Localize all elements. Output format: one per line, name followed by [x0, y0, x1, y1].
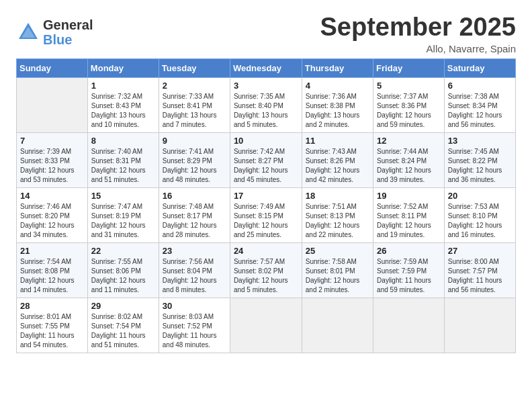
- calendar-cell: 27Sunrise: 8:00 AM Sunset: 7:57 PM Dayli…: [444, 242, 515, 298]
- calendar-cell: 14Sunrise: 7:46 AM Sunset: 8:20 PM Dayli…: [17, 187, 88, 242]
- calendar-cell: 3Sunrise: 7:35 AM Sunset: 8:40 PM Daylig…: [230, 77, 302, 132]
- calendar-cell: 23Sunrise: 7:56 AM Sunset: 8:04 PM Dayli…: [159, 242, 230, 298]
- title-section: September 2025 Allo, Navarre, Spain: [320, 13, 517, 54]
- calendar-cell: [373, 298, 445, 353]
- header-row: SundayMondayTuesdayWednesdayThursdayFrid…: [17, 58, 516, 77]
- day-info: Sunrise: 7:54 AM Sunset: 8:08 PM Dayligh…: [20, 257, 84, 295]
- calendar-cell: 7Sunrise: 7:39 AM Sunset: 8:33 PM Daylig…: [17, 132, 88, 187]
- day-number: 12: [377, 136, 441, 146]
- day-number: 4: [306, 81, 369, 91]
- day-number: 8: [91, 136, 155, 146]
- calendar-cell: 6Sunrise: 7:38 AM Sunset: 8:34 PM Daylig…: [444, 77, 515, 132]
- day-number: 16: [163, 191, 226, 201]
- calendar-cell: 12Sunrise: 7:44 AM Sunset: 8:24 PM Dayli…: [373, 132, 445, 187]
- day-info: Sunrise: 7:45 AM Sunset: 8:22 PM Dayligh…: [448, 147, 512, 185]
- day-number: 19: [377, 191, 441, 201]
- day-number: 1: [91, 81, 155, 91]
- calendar-cell: 29Sunrise: 8:02 AM Sunset: 7:54 PM Dayli…: [87, 298, 159, 353]
- day-info: Sunrise: 7:47 AM Sunset: 8:19 PM Dayligh…: [91, 202, 155, 240]
- day-info: Sunrise: 7:55 AM Sunset: 8:06 PM Dayligh…: [91, 257, 155, 295]
- day-info: Sunrise: 7:41 AM Sunset: 8:29 PM Dayligh…: [163, 147, 226, 185]
- day-number: 17: [234, 191, 298, 201]
- day-info: Sunrise: 7:40 AM Sunset: 8:31 PM Dayligh…: [91, 147, 155, 185]
- day-info: Sunrise: 7:46 AM Sunset: 8:20 PM Dayligh…: [20, 202, 84, 240]
- calendar-cell: 18Sunrise: 7:51 AM Sunset: 8:13 PM Dayli…: [302, 187, 373, 242]
- calendar-cell: 11Sunrise: 7:43 AM Sunset: 8:26 PM Dayli…: [302, 132, 373, 187]
- calendar-header: SundayMondayTuesdayWednesdayThursdayFrid…: [17, 58, 516, 77]
- week-row-2: 7Sunrise: 7:39 AM Sunset: 8:33 PM Daylig…: [17, 132, 516, 187]
- logo: General Blue: [16, 17, 93, 47]
- day-number: 7: [20, 136, 84, 146]
- day-info: Sunrise: 7:44 AM Sunset: 8:24 PM Dayligh…: [377, 147, 441, 185]
- calendar-cell: 8Sunrise: 7:40 AM Sunset: 8:31 PM Daylig…: [87, 132, 159, 187]
- calendar-cell: 28Sunrise: 8:01 AM Sunset: 7:55 PM Dayli…: [17, 298, 88, 353]
- day-info: Sunrise: 7:49 AM Sunset: 8:15 PM Dayligh…: [234, 202, 298, 240]
- day-number: 21: [20, 246, 84, 256]
- header-day-wednesday: Wednesday: [230, 58, 302, 77]
- day-info: Sunrise: 8:02 AM Sunset: 7:54 PM Dayligh…: [91, 312, 155, 350]
- page-header: General Blue September 2025 Allo, Navarr…: [16, 13, 516, 54]
- day-number: 5: [377, 81, 441, 91]
- calendar-table: SundayMondayTuesdayWednesdayThursdayFrid…: [16, 58, 516, 353]
- day-number: 13: [448, 136, 512, 146]
- calendar-cell: [302, 298, 373, 353]
- calendar-cell: 9Sunrise: 7:41 AM Sunset: 8:29 PM Daylig…: [159, 132, 230, 187]
- calendar-cell: 22Sunrise: 7:55 AM Sunset: 8:06 PM Dayli…: [87, 242, 159, 298]
- day-number: 22: [91, 246, 155, 256]
- day-info: Sunrise: 7:39 AM Sunset: 8:33 PM Dayligh…: [20, 147, 84, 185]
- calendar-cell: 20Sunrise: 7:53 AM Sunset: 8:10 PM Dayli…: [444, 187, 515, 242]
- day-info: Sunrise: 7:36 AM Sunset: 8:38 PM Dayligh…: [306, 92, 369, 130]
- calendar-cell: 26Sunrise: 7:59 AM Sunset: 7:59 PM Dayli…: [373, 242, 445, 298]
- calendar-cell: 17Sunrise: 7:49 AM Sunset: 8:15 PM Dayli…: [230, 187, 302, 242]
- day-number: 18: [306, 191, 369, 201]
- day-number: 24: [234, 246, 298, 256]
- calendar-cell: [444, 298, 515, 353]
- header-day-friday: Friday: [373, 58, 445, 77]
- day-info: Sunrise: 7:35 AM Sunset: 8:40 PM Dayligh…: [234, 92, 298, 130]
- day-info: Sunrise: 7:38 AM Sunset: 8:34 PM Dayligh…: [448, 92, 512, 130]
- calendar-cell: 10Sunrise: 7:42 AM Sunset: 8:27 PM Dayli…: [230, 132, 302, 187]
- calendar-cell: 21Sunrise: 7:54 AM Sunset: 8:08 PM Dayli…: [17, 242, 88, 298]
- day-number: 20: [448, 191, 512, 201]
- month-title: September 2025: [320, 13, 517, 42]
- day-info: Sunrise: 7:48 AM Sunset: 8:17 PM Dayligh…: [163, 202, 226, 240]
- day-info: Sunrise: 8:01 AM Sunset: 7:55 PM Dayligh…: [20, 312, 84, 350]
- day-number: 11: [306, 136, 369, 146]
- day-info: Sunrise: 7:51 AM Sunset: 8:13 PM Dayligh…: [306, 202, 369, 240]
- calendar-cell: 4Sunrise: 7:36 AM Sunset: 8:38 PM Daylig…: [302, 77, 373, 132]
- day-number: 29: [91, 301, 155, 311]
- calendar-cell: 15Sunrise: 7:47 AM Sunset: 8:19 PM Dayli…: [87, 187, 159, 242]
- day-info: Sunrise: 7:42 AM Sunset: 8:27 PM Dayligh…: [234, 147, 298, 185]
- calendar-cell: 24Sunrise: 7:57 AM Sunset: 8:02 PM Dayli…: [230, 242, 302, 298]
- day-info: Sunrise: 7:37 AM Sunset: 8:36 PM Dayligh…: [377, 92, 441, 130]
- calendar-cell: 2Sunrise: 7:33 AM Sunset: 8:41 PM Daylig…: [159, 77, 230, 132]
- header-day-sunday: Sunday: [17, 58, 88, 77]
- day-number: 26: [377, 246, 441, 256]
- day-number: 30: [163, 301, 226, 311]
- calendar-cell: 5Sunrise: 7:37 AM Sunset: 8:36 PM Daylig…: [373, 77, 445, 132]
- day-number: 9: [163, 136, 226, 146]
- header-day-monday: Monday: [87, 58, 159, 77]
- location: Allo, Navarre, Spain: [320, 43, 517, 54]
- day-info: Sunrise: 7:32 AM Sunset: 8:43 PM Dayligh…: [91, 92, 155, 130]
- day-info: Sunrise: 7:52 AM Sunset: 8:11 PM Dayligh…: [377, 202, 441, 240]
- day-number: 2: [163, 81, 226, 91]
- header-day-saturday: Saturday: [444, 58, 515, 77]
- week-row-3: 14Sunrise: 7:46 AM Sunset: 8:20 PM Dayli…: [17, 187, 516, 242]
- logo-text: General Blue: [43, 17, 93, 47]
- calendar-cell: [17, 77, 88, 132]
- day-number: 27: [448, 246, 512, 256]
- day-number: 3: [234, 81, 298, 91]
- day-info: Sunrise: 7:43 AM Sunset: 8:26 PM Dayligh…: [306, 147, 369, 185]
- day-info: Sunrise: 7:33 AM Sunset: 8:41 PM Dayligh…: [163, 92, 226, 130]
- calendar-cell: 30Sunrise: 8:03 AM Sunset: 7:52 PM Dayli…: [159, 298, 230, 353]
- day-info: Sunrise: 7:56 AM Sunset: 8:04 PM Dayligh…: [163, 257, 226, 295]
- calendar-cell: 1Sunrise: 7:32 AM Sunset: 8:43 PM Daylig…: [87, 77, 159, 132]
- calendar-body: 1Sunrise: 7:32 AM Sunset: 8:43 PM Daylig…: [17, 77, 516, 353]
- day-info: Sunrise: 8:00 AM Sunset: 7:57 PM Dayligh…: [448, 257, 512, 295]
- calendar-cell: 25Sunrise: 7:58 AM Sunset: 8:01 PM Dayli…: [302, 242, 373, 298]
- calendar-cell: [230, 298, 302, 353]
- calendar-cell: 16Sunrise: 7:48 AM Sunset: 8:17 PM Dayli…: [159, 187, 230, 242]
- day-info: Sunrise: 7:53 AM Sunset: 8:10 PM Dayligh…: [448, 202, 512, 240]
- day-number: 10: [234, 136, 298, 146]
